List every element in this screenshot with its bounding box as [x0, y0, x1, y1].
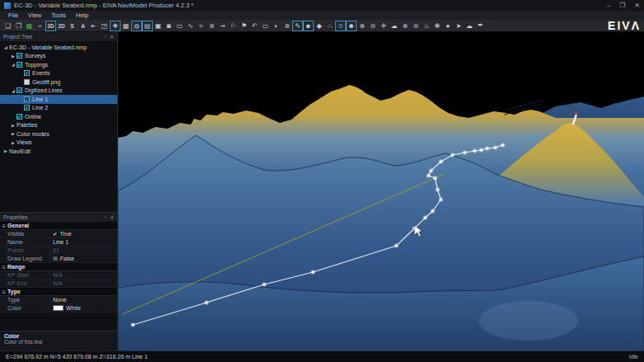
tree-item-online[interactable]: ✔Online: [0, 112, 117, 121]
3d-viewport[interactable]: [118, 32, 644, 350]
profile-multi-button[interactable]: ≋: [206, 21, 217, 31]
tree-item-toppings[interactable]: ◢✔Toppings: [0, 60, 117, 69]
undo-curve-button[interactable]: ↶: [249, 21, 260, 31]
add-point-button[interactable]: ⊕: [357, 21, 367, 31]
route-button[interactable]: ⇝: [217, 21, 228, 31]
spray-button[interactable]: ❋: [432, 21, 443, 31]
pointer-button[interactable]: ➤: [453, 21, 464, 31]
property-value[interactable]: ☒False: [50, 255, 117, 262]
property-row-kp-start[interactable]: KP StartN/A: [0, 271, 117, 280]
tree-item-line-2[interactable]: ✔Line 2: [0, 104, 117, 113]
property-value[interactable]: 61: [50, 247, 117, 254]
visibility-checkbox[interactable]: ✔: [24, 96, 30, 102]
view-single-button[interactable]: S: [67, 21, 78, 31]
property-section-range[interactable]: ⊟Range: [0, 263, 117, 271]
menu-item-tools[interactable]: Tools: [46, 12, 71, 19]
measure-button[interactable]: ▭: [174, 21, 185, 31]
select-rectangle-button[interactable]: ▭: [260, 21, 271, 31]
property-row-name[interactable]: NameLine 1: [0, 238, 117, 247]
palette-button[interactable]: ⊛: [282, 21, 292, 31]
close-icon[interactable]: ✕: [110, 34, 114, 40]
profile-dual-button[interactable]: ≈: [196, 21, 206, 31]
maximize-button[interactable]: ❐: [619, 2, 625, 9]
blob-button[interactable]: ●: [443, 21, 453, 31]
visibility-checkbox[interactable]: [24, 79, 30, 85]
geo-reference-button[interactable]: ◍: [131, 21, 142, 31]
contrast-button[interactable]: ◐: [271, 21, 282, 31]
expander-icon[interactable]: ▶: [10, 123, 17, 128]
expander-icon[interactable]: ▶: [10, 54, 17, 59]
property-section-general[interactable]: ⊟General: [0, 222, 117, 230]
visibility-checkbox[interactable]: ✔: [17, 114, 22, 120]
tree-item-naviedit[interactable]: ▶NaviEdit: [0, 147, 117, 156]
fill-button[interactable]: ◆: [314, 21, 324, 31]
remove-point-button[interactable]: ⊖: [367, 21, 378, 31]
expander-icon[interactable]: ◢: [10, 62, 17, 67]
menu-item-view[interactable]: View: [23, 12, 46, 19]
new-project-button[interactable]: ❏: [2, 21, 13, 31]
tree-item-color-modes[interactable]: ▶Color modes: [0, 129, 117, 139]
property-row-draw-legend[interactable]: Draw Legend☒False: [0, 255, 117, 263]
xyz-export-button[interactable]: ✛: [378, 21, 389, 31]
collapse-icon[interactable]: ⊟: [0, 289, 7, 294]
property-value[interactable]: ✔True: [50, 230, 117, 237]
connect-button[interactable]: ⌁: [35, 21, 45, 31]
expander-icon[interactable]: ▶: [10, 131, 17, 136]
view-3d-button[interactable]: 3D: [45, 21, 56, 31]
property-row-visible[interactable]: Visible✔True: [0, 230, 117, 238]
menu-item-file[interactable]: File: [3, 12, 23, 19]
cloud-sync-button[interactable]: ☁: [389, 21, 400, 31]
remove-node-button[interactable]: ⊖: [410, 21, 421, 31]
menu-item-help[interactable]: Help: [71, 12, 93, 19]
camera-button[interactable]: ◙: [163, 21, 174, 31]
open-project-button[interactable]: ❐: [13, 21, 24, 31]
smooth-button[interactable]: ☺: [335, 21, 346, 31]
tree-item-line-1[interactable]: ✔Line 1: [0, 95, 117, 104]
digitize-pen-button[interactable]: ✎: [292, 21, 303, 31]
import-button[interactable]: ⇤: [88, 21, 99, 31]
expander-icon[interactable]: ▶: [2, 148, 9, 153]
tree-item-views[interactable]: ▶Views: [0, 139, 117, 148]
cloud-weather-button[interactable]: ☂: [475, 21, 485, 31]
collapse-icon[interactable]: ⊟: [0, 265, 7, 270]
property-row-type[interactable]: TypeNone: [0, 296, 117, 304]
property-value[interactable]: None: [50, 296, 117, 303]
property-row-color[interactable]: ColorWhite: [0, 304, 117, 313]
properties-header[interactable]: Properties ▫ ✕: [0, 213, 117, 222]
visibility-checkbox[interactable]: ✔: [17, 53, 22, 59]
minimize-button[interactable]: –: [607, 2, 610, 9]
expander-icon[interactable]: ◢: [2, 45, 9, 49]
cloud-upload-button[interactable]: ☁: [464, 21, 475, 31]
data-table-button[interactable]: ▤: [142, 21, 153, 31]
point-cloud-button[interactable]: ∴: [324, 21, 335, 31]
waypoint-button[interactable]: ⚐: [228, 21, 239, 31]
visibility-checkbox[interactable]: ✔: [24, 105, 30, 110]
property-value[interactable]: Line 1: [50, 238, 117, 246]
property-section-type[interactable]: ⊟Type: [0, 288, 117, 296]
auto-view-button[interactable]: A: [78, 21, 88, 31]
save-project-button[interactable]: ▦: [24, 21, 35, 31]
waypoint-alt-button[interactable]: ⚑: [239, 21, 249, 31]
tree-item-geotiff-png[interactable]: Geotiff.png: [0, 78, 117, 87]
property-row-points[interactable]: Points61: [0, 247, 117, 255]
visibility-checkbox[interactable]: ✔: [17, 62, 22, 68]
smooth-alt-button[interactable]: ☻: [346, 21, 357, 31]
property-value[interactable]: White: [50, 304, 117, 312]
property-row-kp-end[interactable]: KP EndN/A: [0, 280, 117, 288]
collapse-icon[interactable]: ⊟: [0, 223, 7, 228]
property-value[interactable]: N/A: [50, 280, 117, 287]
visibility-checkbox[interactable]: ✔: [24, 70, 30, 76]
tree-item-palettes[interactable]: ▶Palettes: [0, 121, 117, 130]
tree-item-surveys[interactable]: ▶✔Surveys: [0, 52, 117, 61]
expander-icon[interactable]: ▶: [10, 140, 17, 145]
screenshot-image-button[interactable]: ▣: [153, 21, 163, 31]
select-square-button[interactable]: ■: [303, 21, 314, 31]
visibility-checkbox[interactable]: ✔: [17, 87, 22, 93]
tree-item-ec-3d-variable-seabed-nmp[interactable]: ◢EC-3D - Variable Seabed.nmp: [0, 43, 117, 52]
bounding-box-button[interactable]: ◳: [99, 21, 110, 31]
project-tree-header[interactable]: Project Tree ▫ ✕: [0, 32, 117, 41]
view-2d-button[interactable]: 2D: [56, 21, 67, 31]
profile-single-button[interactable]: ∿: [185, 21, 196, 31]
expander-icon[interactable]: ◢: [10, 88, 17, 93]
scanner-button[interactable]: ♨: [421, 21, 432, 31]
